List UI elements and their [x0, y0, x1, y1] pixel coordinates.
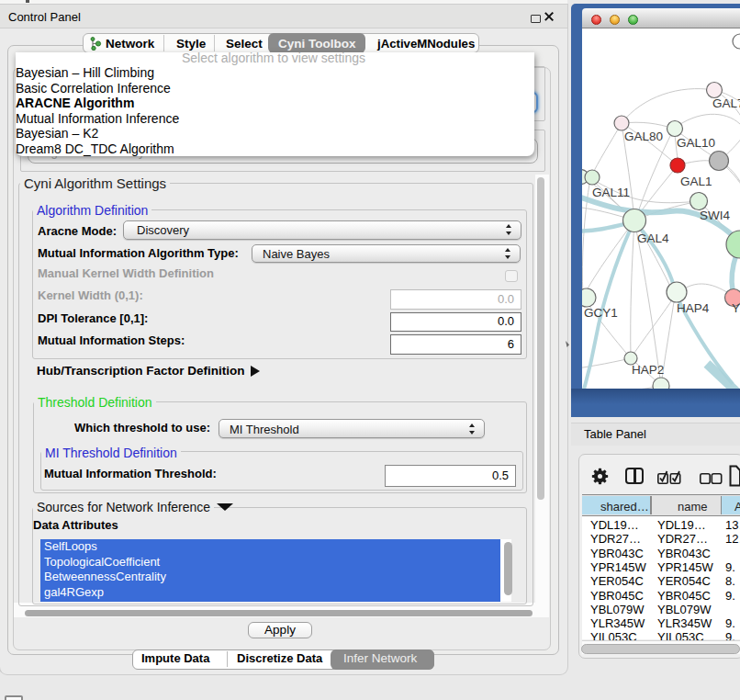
svg-text:GAL1: GAL1 [680, 175, 712, 188]
svg-text:SWI4: SWI4 [700, 209, 730, 222]
svg-text:Y: Y [732, 301, 740, 315]
svg-text:GAL10: GAL10 [677, 136, 715, 150]
svg-text:GCY1: GCY1 [584, 306, 618, 320]
svg-text:GAL7: GAL7 [712, 96, 740, 110]
svg-text:GAL4: GAL4 [637, 231, 669, 245]
svg-text:GAL11: GAL11 [592, 186, 630, 199]
svg-text:GAL80: GAL80 [624, 130, 663, 143]
svg-text:HAP4: HAP4 [677, 301, 710, 315]
svg-text:HAP2: HAP2 [632, 363, 664, 377]
